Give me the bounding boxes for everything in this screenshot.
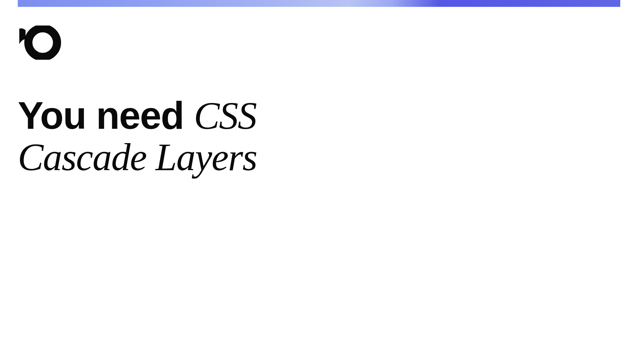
svg-point-0 <box>28 28 57 57</box>
heading-italic-1: CSS <box>194 95 256 137</box>
heading-prefix: You need <box>18 94 194 137</box>
content-area: You need CSS Cascade Layers <box>0 7 638 179</box>
heading-italic-2: Cascade Layers <box>18 136 620 179</box>
page-title: You need CSS Cascade Layers <box>18 94 620 179</box>
top-banner <box>18 0 620 7</box>
io-logo <box>18 26 68 60</box>
